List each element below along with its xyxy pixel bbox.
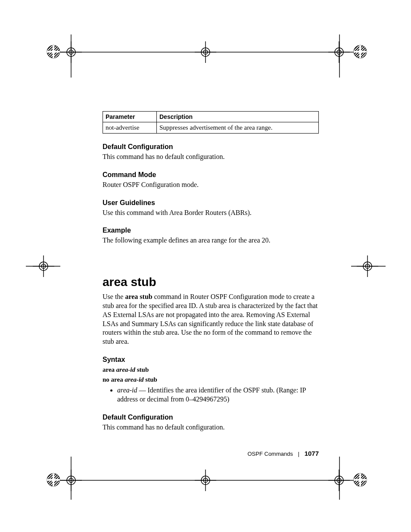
syntax2-w3: stub: [145, 376, 157, 383]
crop-disc-top-left: [47, 45, 60, 59]
text-default-configuration-2: This command has no default configuratio…: [103, 423, 319, 432]
page-content: Parameter Description not-advertise Supp…: [103, 111, 319, 432]
crop-rule-bottom-right-vert: [339, 457, 340, 500]
syntax1-w2: area-id: [116, 366, 135, 373]
footer-page-number: 1077: [305, 450, 319, 457]
td-description: Suppresses advertisement of the area ran…: [157, 122, 319, 134]
intro-bold: area stub: [125, 293, 152, 300]
heading-user-guidelines: User Guidelines: [103, 199, 319, 207]
text-user-guidelines: Use this command with Area Border Router…: [103, 208, 319, 218]
footer-section: OSPF Commands: [248, 451, 293, 457]
table-row: not-advertise Suppresses advertisement o…: [103, 122, 319, 134]
crop-rule-top-left-vert: [71, 34, 72, 78]
th-description: Description: [157, 112, 319, 122]
parameter-table: Parameter Description not-advertise Supp…: [103, 111, 319, 134]
syntax-line-2: no area area-id stub: [103, 376, 319, 383]
text-command-mode: Router OSPF Configuration mode.: [103, 180, 319, 190]
bullet-term: area-id: [117, 386, 137, 394]
page-footer: OSPF Commands | 1077: [103, 450, 319, 457]
text-example: The following example defines an area ra…: [103, 236, 319, 245]
heading-default-configuration-2: Default Configuration: [103, 414, 319, 421]
list-item: area-id — Identifies the area identifier…: [117, 386, 319, 404]
crop-disc-bottom-left: [47, 473, 60, 487]
crop-rule-top-right-vert: [339, 34, 340, 78]
syntax1-w1: area: [103, 366, 115, 373]
crop-target-top-center: [195, 41, 216, 63]
bullet-dash: —: [137, 386, 148, 394]
command-title: area stub: [103, 275, 319, 289]
command-intro: Use the area stub command in Router OSPF…: [103, 292, 319, 346]
crop-disc-bottom-right: [353, 473, 367, 487]
intro-post: command in Router OSPF Configuration mod…: [103, 293, 318, 345]
syntax1-w3: stub: [137, 366, 149, 373]
table-header-row: Parameter Description: [103, 112, 319, 122]
heading-command-mode: Command Mode: [103, 171, 319, 179]
syntax-bullets: area-id — Identifies the area identifier…: [103, 386, 319, 404]
heading-default-configuration: Default Configuration: [103, 143, 319, 151]
footer-separator: |: [298, 451, 299, 457]
syntax2-w2: area-id: [125, 376, 143, 383]
text-default-configuration: This command has no default configuratio…: [103, 152, 319, 162]
th-parameter: Parameter: [103, 112, 157, 122]
crop-disc-top-right: [353, 45, 367, 59]
heading-syntax: Syntax: [103, 356, 319, 364]
syntax2-w1: no area: [103, 376, 123, 383]
crop-target-bottom-center: [195, 470, 216, 491]
intro-pre: Use the: [103, 293, 125, 300]
syntax-line-1: area area-id stub: [103, 366, 319, 373]
heading-example: Example: [103, 227, 319, 234]
crop-rule-mid-left: [26, 266, 60, 267]
crop-rule-mid-right: [351, 266, 386, 267]
td-parameter: not-advertise: [103, 122, 157, 134]
crop-rule-bottom-left-vert: [71, 457, 72, 500]
